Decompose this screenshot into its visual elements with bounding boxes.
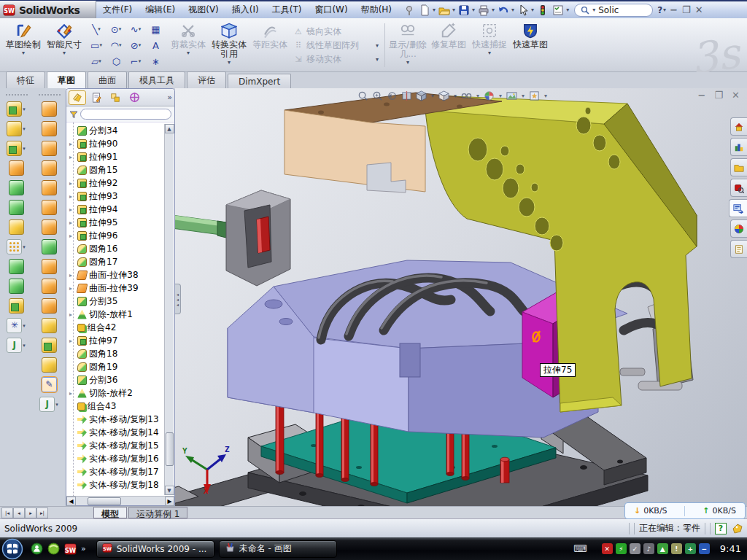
reference-geometry-button[interactable]: ✳▾	[7, 318, 26, 333]
untrim-surface-button[interactable]	[42, 318, 57, 333]
mirror-feature-button[interactable]	[9, 279, 24, 294]
spline-tool[interactable]: ∿▾	[126, 21, 146, 37]
minimize-button[interactable]: −	[670, 4, 678, 15]
help-dropdown-arrow[interactable]: ▾	[663, 7, 666, 13]
select-cursor-icon[interactable]	[516, 3, 530, 17]
extend-surface-button[interactable]	[42, 279, 57, 294]
slot-tool[interactable]: ▱▾	[87, 53, 107, 69]
delete-face-button[interactable]	[42, 357, 57, 373]
combine-bodies-button[interactable]	[9, 298, 24, 314]
lofted-surface-button[interactable]	[42, 141, 57, 156]
tree-item[interactable]: 实体-移动/复制18	[69, 478, 174, 491]
expand-arrow-icon[interactable]: ▸	[69, 154, 75, 160]
dropdown-arrow[interactable]: ▾	[454, 93, 457, 99]
doc-close-button[interactable]: ✕	[732, 90, 740, 101]
tree-item[interactable]: 圆角16	[69, 242, 174, 255]
dropdown-arrow[interactable]: ▾	[531, 7, 534, 13]
first-tab-button[interactable]: |◂	[1, 508, 13, 518]
dropdown-arrow[interactable]: ▾	[119, 26, 122, 32]
previous-view-button[interactable]	[387, 90, 398, 101]
ruled-surface-button[interactable]	[42, 239, 57, 254]
revolved-surface-button[interactable]	[42, 101, 57, 117]
speed-shield-icon[interactable]: ⚡	[616, 543, 627, 554]
dropdown-arrow[interactable]: ▾	[431, 93, 434, 99]
rebuild-traffic-light-icon[interactable]	[535, 3, 549, 17]
sketch-fillet-tool[interactable]: ⌐▾	[126, 53, 146, 69]
line-tool[interactable]: ╲▾	[87, 21, 107, 37]
tree-item[interactable]: 组合43	[69, 400, 174, 413]
network-warning-icon[interactable]: !	[671, 543, 682, 554]
panel-splitter-handle[interactable]: ◂◂◂	[175, 284, 181, 314]
rectangle-tool[interactable]: ▭▾	[87, 37, 107, 53]
network-speed-monitor[interactable]: ↓0KB/S ↑0KB/S	[624, 502, 746, 519]
task-pane-tab-custom-properties[interactable]	[730, 240, 747, 258]
dropdown-arrow[interactable]: ▾	[23, 323, 26, 329]
linear-pattern-button[interactable]: ▾	[7, 239, 26, 254]
dropdown-arrow[interactable]: ▾	[98, 58, 101, 64]
view-orientation-button[interactable]	[416, 90, 427, 101]
tree-item[interactable]: ▸拉伸91	[69, 150, 174, 163]
menu-item-3[interactable]: 插入(I)	[225, 2, 266, 18]
last-tab-button[interactable]: ▸|	[36, 508, 48, 518]
solidworks-launcher-icon[interactable]: SW	[64, 542, 77, 555]
rib-button[interactable]	[9, 259, 24, 274]
tree-item[interactable]: ▸拉伸96	[69, 229, 174, 242]
doc-restore-button[interactable]: ❐	[714, 90, 723, 101]
expand-arrow-icon[interactable]: ▸	[69, 285, 75, 292]
quick-tips-icon[interactable]: ?	[715, 523, 727, 534]
search-box[interactable]: ▾ Solic	[574, 4, 653, 17]
messenger-icon[interactable]	[31, 542, 43, 555]
tree-vertical-scrollbar[interactable]: ▲ ▼	[164, 124, 174, 495]
fillet-button[interactable]: ▾	[7, 141, 26, 156]
open-document-icon[interactable]	[437, 3, 451, 17]
security-sphere-icon[interactable]	[47, 542, 60, 555]
tab-草图[interactable]: 草图	[47, 71, 86, 89]
expand-arrow-icon[interactable]: ▸	[69, 219, 75, 226]
sketch-picture-tool[interactable]: ▦	[146, 21, 166, 37]
search-dropdown-arrow[interactable]: ▾	[592, 7, 595, 13]
fm-tab-propertymanager[interactable]	[88, 90, 105, 105]
tree-item[interactable]: 实体-移动/复制17	[69, 465, 174, 478]
menu-item-5[interactable]: 窗口(W)	[308, 2, 354, 18]
sketch-button[interactable]: 草图绘制▾	[3, 20, 44, 70]
dropdown-arrow[interactable]: ▾	[472, 7, 475, 13]
chamfer-button[interactable]	[9, 160, 24, 176]
apply-scene-button[interactable]	[506, 90, 517, 101]
view-settings-button[interactable]	[529, 90, 540, 101]
tree-item[interactable]: 实体-移动/复制13	[69, 413, 174, 426]
tree-item[interactable]: ▸拉伸97	[69, 334, 174, 347]
tree-item[interactable]: ▸拉伸92	[69, 176, 174, 190]
tree-item[interactable]: ▸拉伸93	[69, 190, 174, 203]
volume-icon[interactable]: ♪	[643, 543, 654, 554]
swept-surface-button[interactable]	[42, 121, 57, 136]
dropdown-arrow[interactable]: ▾	[566, 7, 569, 13]
restore-button[interactable]: ❐	[682, 4, 691, 15]
dropdown-arrow[interactable]: ▾	[23, 126, 26, 132]
assembly-3d-model[interactable]	[175, 88, 747, 506]
expand-arrow-icon[interactable]: ▸	[69, 193, 75, 200]
tag-icon[interactable]	[731, 523, 744, 534]
circle-tool[interactable]: ⊙▾	[107, 21, 126, 37]
dropdown-arrow[interactable]: ▾	[492, 7, 495, 13]
menu-item-4[interactable]: 工具(T)	[266, 2, 309, 18]
tree-item[interactable]: ▸曲面-拉伸38	[69, 268, 174, 281]
extruded-boss-button[interactable]: ▾	[7, 101, 26, 117]
quick-launch-chevron[interactable]: »	[81, 544, 86, 553]
scroll-down-button[interactable]: ▼	[165, 486, 174, 495]
safely-remove-icon[interactable]: ▲	[657, 543, 668, 554]
curve-tool-button[interactable]: J▾	[7, 338, 26, 353]
task-pane-tab-solidworks-search[interactable]	[730, 179, 747, 197]
model-tab[interactable]: 模型	[93, 507, 127, 518]
dropdown-arrow[interactable]: ▾	[119, 42, 122, 48]
expand-arrow-icon[interactable]: ▸	[69, 141, 75, 147]
update-badge-icon[interactable]: ✓	[630, 543, 640, 554]
boundary-surface-button[interactable]	[42, 160, 57, 176]
tree-item[interactable]: 分割34	[69, 124, 174, 137]
tree-item[interactable]: 实体-移动/复制15	[69, 439, 174, 452]
fm-tab-featuremanager-design-tree[interactable]	[69, 90, 86, 105]
draft-button[interactable]	[9, 200, 24, 215]
save-icon[interactable]	[457, 3, 471, 17]
convert-entities-button[interactable]: 转换实体引用▾	[209, 20, 249, 70]
expand-arrow-icon[interactable]: ▸	[69, 311, 75, 318]
dropdown-arrow[interactable]: ▾	[139, 58, 142, 64]
